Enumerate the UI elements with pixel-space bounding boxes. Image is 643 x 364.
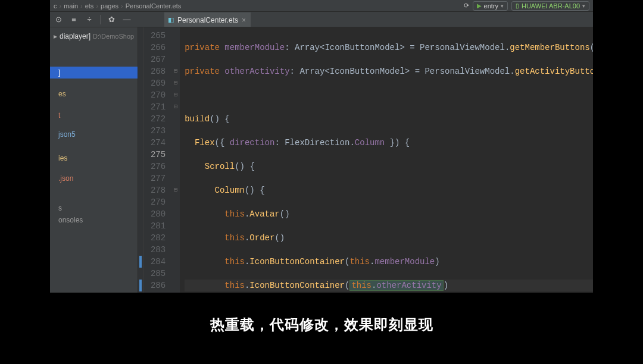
code-area[interactable]: private memberModule: Array<IconButtonMo… <box>180 27 593 293</box>
crumb[interactable]: pages <box>101 2 118 10</box>
ide-window: c › main › ets › pages › PersonalCenter.… <box>50 0 593 293</box>
collapse-all-icon[interactable]: ÷ <box>85 15 94 24</box>
sidebar-item[interactable]: s <box>50 202 138 214</box>
expand-all-icon[interactable]: ≡ <box>69 15 79 24</box>
code-editor[interactable]: 2652662672682692702712722732742752762772… <box>138 27 593 293</box>
chevron-right-icon: › <box>60 2 62 10</box>
sync-icon[interactable]: ⟳ <box>464 2 469 10</box>
project-toolbar: ⊙ ≡ ÷ ✿ — <box>50 12 593 27</box>
sidebar-item[interactable]: ] <box>50 67 138 79</box>
project-sidebar[interactable]: ▸ diaplayer] D:\DemoShop ] es t json5 ie… <box>50 27 138 293</box>
editor-tab[interactable]: ◧ PersonalCenter.ets × <box>164 12 251 27</box>
crumb[interactable]: c <box>54 2 57 10</box>
project-name: diaplayer] <box>60 32 90 40</box>
crumb[interactable]: main <box>64 2 78 10</box>
chevron-down-icon: ▾ <box>582 3 585 9</box>
chevron-down-icon: ▾ <box>501 3 504 9</box>
run-config-selector[interactable]: ▶ entry ▾ <box>473 1 508 11</box>
sidebar-item[interactable]: json5 <box>50 128 138 140</box>
play-icon: ▶ <box>477 2 482 9</box>
chevron-right-icon: › <box>96 2 98 10</box>
chevron-right-icon: › <box>121 2 123 10</box>
sidebar-item[interactable]: t <box>50 109 138 121</box>
crumb[interactable]: ets <box>85 2 94 10</box>
tab-label: PersonalCenter.ets <box>177 16 238 24</box>
gear-icon[interactable]: ✿ <box>107 15 116 24</box>
device-icon: ▯ <box>516 2 519 9</box>
chevron-right-icon: › <box>80 2 83 10</box>
device-label: HUAWEI ABR-AL00 <box>522 2 580 10</box>
fold-gutter[interactable]: ⊟⊟⊟⊟⊟ <box>171 27 180 293</box>
folder-icon: ▸ <box>54 32 57 40</box>
line-number-gutter: 2652662672682692702712722732742752762772… <box>144 27 171 293</box>
sidebar-item[interactable]: ies <box>50 152 138 164</box>
sidebar-item[interactable]: .json <box>50 172 138 184</box>
select-opened-file-icon[interactable]: ⊙ <box>54 15 63 24</box>
change-marker-gutter <box>138 27 144 293</box>
hide-icon[interactable]: — <box>122 15 132 24</box>
close-icon[interactable]: × <box>242 16 246 24</box>
file-icon: ◧ <box>168 16 174 24</box>
breadcrumb: c › main › ets › pages › PersonalCenter.… <box>54 2 181 10</box>
subtitle-caption: 热重载，代码修改，效果即刻显现 <box>0 315 643 334</box>
run-config-label: entry <box>484 2 498 10</box>
crumb[interactable]: PersonalCenter.ets <box>126 2 182 10</box>
top-bar: c › main › ets › pages › PersonalCenter.… <box>50 0 593 12</box>
sidebar-item[interactable]: es <box>50 88 138 100</box>
sidebar-item[interactable]: onsoles <box>50 214 138 226</box>
project-root[interactable]: ▸ diaplayer] D:\DemoShop <box>50 30 138 43</box>
separator <box>100 15 101 24</box>
device-selector[interactable]: ▯ HUAWEI ABR-AL00 ▾ <box>511 1 589 11</box>
project-path: D:\DemoShop <box>93 33 134 40</box>
